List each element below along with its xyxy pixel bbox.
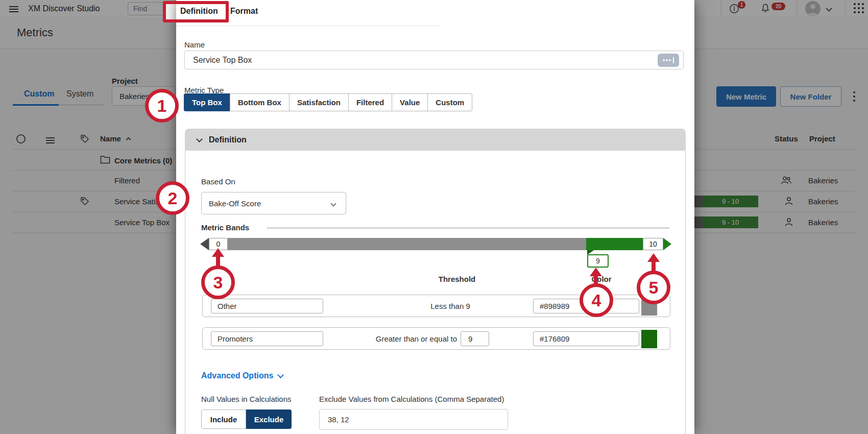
metric-type-group: Top Box Bottom Box Satisfaction Filtered… — [184, 93, 472, 111]
annotation-arrow-shaft — [216, 256, 220, 267]
metric-type-value[interactable]: Value — [392, 93, 428, 111]
slider-band-green — [586, 238, 643, 250]
metric-bands-rule — [267, 228, 669, 228]
metric-type-bottom-box[interactable]: Bottom Box — [230, 93, 290, 111]
band-start-handle[interactable]: 9 — [587, 254, 609, 268]
band-threshold-text: Greater than or equal to — [325, 334, 457, 343]
advanced-options-link[interactable]: Advanced Options — [201, 371, 283, 380]
slider-right-arrow[interactable] — [663, 238, 671, 250]
null-exclude-option[interactable]: Exclude — [246, 409, 292, 429]
band-threshold-value-input[interactable] — [461, 331, 489, 346]
metric-editor-panel: Definition Format Name Metric Type Top B… — [176, 0, 694, 434]
annotation-step-2: 2 — [156, 181, 189, 215]
based-on-select[interactable]: Bake-Off Score — [201, 192, 346, 214]
null-values-label: Null Values in Calculations — [201, 395, 291, 403]
annotation-arrow-shaft — [594, 275, 598, 284]
based-on-value: Bake-Off Score — [209, 199, 261, 208]
annotation-step-1: 1 — [145, 89, 179, 123]
metric-name-input[interactable] — [184, 51, 684, 69]
definition-section-header[interactable]: Definition — [185, 129, 686, 151]
tab-format[interactable]: Format — [230, 7, 258, 16]
annotation-step-4: 4 — [580, 283, 613, 317]
threshold-header: Threshold — [411, 275, 503, 283]
annotation-step-5: 5 — [637, 271, 670, 304]
band-threshold-text: Less than 9 — [402, 302, 499, 310]
null-values-toggle: Include Exclude — [201, 409, 292, 429]
slider-max-handle[interactable]: 10 — [643, 238, 663, 250]
screen: XM Discover Studio 1 20 Metrics Custom — [0, 0, 868, 434]
metric-bands-label: Metric Bands — [201, 223, 249, 232]
annotation-step-3: 3 — [201, 266, 235, 299]
tab-bar-line — [176, 26, 440, 26]
advanced-options-label: Advanced Options — [201, 371, 273, 380]
metric-type-top-box[interactable]: Top Box — [184, 93, 230, 111]
based-on-label: Based On — [201, 177, 235, 186]
null-include-option[interactable]: Include — [201, 409, 246, 429]
metric-type-custom[interactable]: Custom — [427, 93, 472, 111]
metric-type-satisfaction[interactable]: Satisfaction — [289, 93, 349, 111]
exclude-values-input[interactable] — [319, 409, 508, 430]
name-label: Name — [184, 40, 205, 49]
band-name-input[interactable] — [211, 331, 323, 346]
band-color-swatch[interactable] — [641, 330, 657, 348]
slider-track — [228, 238, 586, 250]
annotation-highlight-box — [163, 1, 229, 22]
collapse-chevron-icon[interactable] — [196, 136, 203, 142]
annotation-arrow-shaft — [652, 261, 656, 272]
band-name-input[interactable] — [211, 299, 323, 314]
chevron-down-icon — [277, 372, 284, 378]
definition-section-title: Definition — [209, 135, 247, 144]
text-options-icon[interactable] — [658, 54, 679, 67]
slider-left-arrow[interactable] — [200, 238, 209, 250]
exclude-values-label: Exclude Values from Calculations (Comma … — [319, 395, 504, 403]
band-color-input[interactable] — [533, 331, 639, 346]
chevron-down-icon — [330, 201, 336, 206]
band-row-promoters: Greater than or equal to — [202, 327, 670, 350]
metric-type-filtered[interactable]: Filtered — [348, 93, 392, 111]
